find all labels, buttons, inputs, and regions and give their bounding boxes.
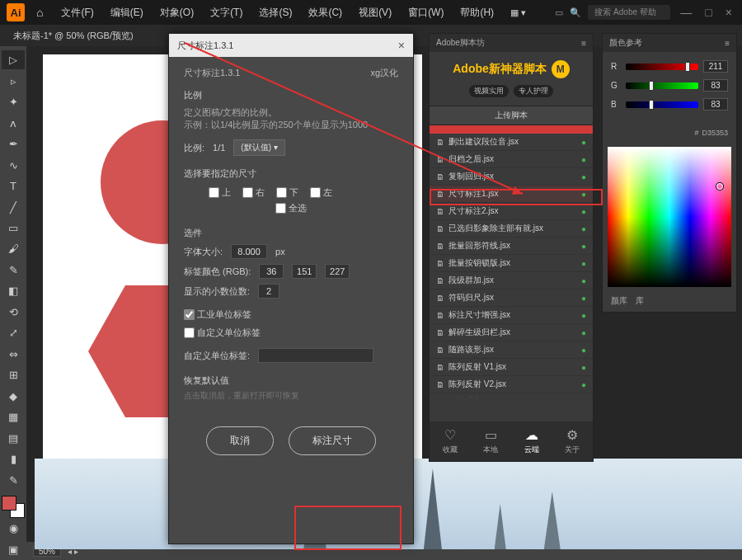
color-spectrum[interactable] <box>608 147 731 287</box>
script-item[interactable]: 🗎陈列反射 V2.jsx● <box>430 376 593 393</box>
eyedropper-tool[interactable]: ✎ <box>2 470 25 489</box>
type-tool[interactable]: T <box>2 176 25 195</box>
gradient-tool[interactable]: ▮ <box>2 449 25 468</box>
decimals-input[interactable] <box>258 284 279 299</box>
script-item[interactable]: 🗎随路该形.jsx● <box>430 341 593 359</box>
chk-right[interactable]: 右 <box>242 186 265 199</box>
menu-select[interactable]: 选择(S) <box>252 6 298 20</box>
script-item[interactable]: 🗎标注尺寸增强.jsx● <box>430 307 593 324</box>
pill-1[interactable]: 视频实用 <box>469 85 509 97</box>
color-g-input[interactable] <box>292 264 317 279</box>
pill-2[interactable]: 专人护理 <box>514 85 553 97</box>
menu-edit[interactable]: 编辑(E) <box>104 6 150 20</box>
footer-local[interactable]: ▭本地 <box>483 427 498 455</box>
r-value-input[interactable] <box>703 60 728 73</box>
search-icon[interactable]: 🔍 <box>570 7 581 18</box>
script-item[interactable]: 🗎已选归影象除主部有就.jsx● <box>430 220 593 238</box>
cancel-button[interactable]: 取消 <box>206 426 274 455</box>
scale-default-button[interactable]: (默认值) ▾ <box>233 139 284 156</box>
script-item[interactable]: 🗎复制回归.jsx● <box>430 168 593 186</box>
mesh-tool[interactable]: ▤ <box>2 428 25 447</box>
width-tool[interactable]: ⇔ <box>2 345 25 364</box>
chk-industry-unit[interactable]: 工业单位标签 <box>184 308 251 321</box>
free-transform-tool[interactable]: ⊞ <box>2 365 25 384</box>
search-input[interactable]: 搜索 Adobe 帮助 <box>588 5 670 20</box>
script-item[interactable]: 🗎批量按钥锁版.jsx● <box>430 255 593 272</box>
hex-value[interactable]: D35353 <box>702 129 728 137</box>
color-b-input[interactable] <box>325 264 350 279</box>
footer-fav[interactable]: ♡收藏 <box>443 427 458 455</box>
scale-tool[interactable]: ⤢ <box>2 323 25 342</box>
document-tab[interactable]: 未标题-1* @ 50% (RGB/预览) <box>7 30 140 42</box>
curvature-tool[interactable]: ∿ <box>2 155 25 174</box>
dialog-close-icon[interactable]: × <box>398 39 405 52</box>
color-swatches[interactable] <box>2 496 25 518</box>
draw-mode-icon[interactable]: ◉ <box>2 519 25 538</box>
ok-button[interactable]: 标注尺寸 <box>289 426 376 455</box>
direct-selection-tool[interactable]: ▹ <box>2 71 25 90</box>
menu-file[interactable]: 文件(F) <box>54 6 100 20</box>
scripts-panel-tab[interactable]: Adobe脚本坊 <box>436 37 485 49</box>
foreground-swatch[interactable] <box>2 496 16 511</box>
footer-about[interactable]: ⚙关于 <box>565 427 580 455</box>
eraser-tool[interactable]: ◧ <box>2 281 25 300</box>
chk-bottom[interactable]: 下 <box>276 186 298 199</box>
workspace-icon[interactable]: ▭ <box>555 7 563 18</box>
script-item[interactable]: 🗎删出建议段位音.jsx● <box>430 134 593 151</box>
script-item[interactable]: 🗎归档之后.jsx● <box>430 151 593 168</box>
scripts-list[interactable]: 🗎删出建议段位音.jsx●🗎归档之后.jsx●🗎复制回归.jsx●🗎尺寸标注1.… <box>430 134 593 398</box>
window-minimize-icon[interactable]: — <box>677 6 695 19</box>
color-footer-2[interactable]: 库 <box>636 295 644 307</box>
menu-window[interactable]: 窗口(W) <box>402 6 450 20</box>
window-maximize-icon[interactable]: □ <box>702 6 715 19</box>
scripts-category[interactable]: 上传脚本 <box>430 106 593 125</box>
script-item[interactable]: 🗎尺寸标注2.jsx● <box>430 203 593 220</box>
font-size-input[interactable] <box>231 244 267 259</box>
g-value-input[interactable] <box>703 79 728 92</box>
color-panel-tab[interactable]: 颜色参考 <box>609 37 642 49</box>
selection-tool[interactable]: ▷ <box>2 50 25 69</box>
script-item[interactable]: 🗎随机排序.jsx● <box>430 393 593 398</box>
color-footer-1[interactable]: 颜库 <box>611 295 627 307</box>
layout-icons[interactable]: ▦ ▾ <box>510 7 526 18</box>
home-icon[interactable]: ⌂ <box>36 6 43 19</box>
restore-hint: 点击取消后，重新打开即可恢复 <box>184 390 398 402</box>
window-close-icon[interactable]: × <box>722 6 735 19</box>
script-item[interactable]: 🗎段级群加.jsx● <box>430 272 593 289</box>
g-slider[interactable] <box>626 82 698 89</box>
custom-unit-input[interactable] <box>258 348 373 363</box>
perspective-tool[interactable]: ▦ <box>2 407 25 426</box>
spectrum-picker[interactable] <box>716 183 723 190</box>
footer-cloud[interactable]: ☁云端 <box>524 427 539 455</box>
menu-type[interactable]: 文字(T) <box>204 6 249 20</box>
rectangle-tool[interactable]: ▭ <box>2 219 25 238</box>
script-item[interactable]: 🗎解碎生级归栏.jsx● <box>430 324 593 341</box>
chk-top[interactable]: 上 <box>209 186 231 199</box>
pen-tool[interactable]: ✒ <box>2 134 25 153</box>
script-item[interactable]: 🗎符码归尺.jsx● <box>430 289 593 307</box>
r-slider[interactable] <box>626 64 698 70</box>
screen-mode-icon[interactable]: ▣ <box>2 540 25 559</box>
lasso-tool[interactable]: ʌ <box>2 113 25 132</box>
script-item[interactable]: 🗎陈列反射 V1.jsx● <box>430 359 593 376</box>
menu-object[interactable]: 对象(O) <box>153 6 200 20</box>
line-tool[interactable]: ╱ <box>2 197 25 216</box>
chk-left[interactable]: 左 <box>310 186 332 199</box>
menu-view[interactable]: 视图(V) <box>352 6 398 20</box>
shape-builder-tool[interactable]: ◆ <box>2 387 25 406</box>
color-r-input[interactable] <box>259 264 284 279</box>
rotate-tool[interactable]: ⟲ <box>2 303 25 322</box>
b-slider[interactable] <box>626 101 698 108</box>
magic-wand-tool[interactable]: ✦ <box>2 92 25 111</box>
script-item[interactable]: 🗎批量回形符线.jsx● <box>430 238 593 255</box>
status-dot-icon: ● <box>581 311 586 320</box>
menu-help[interactable]: 帮助(H) <box>453 6 500 20</box>
chk-all[interactable]: 全选 <box>275 202 307 214</box>
shaper-tool[interactable]: ✎ <box>2 261 25 280</box>
chk-custom-unit[interactable]: 自定义单位标签 <box>184 327 261 339</box>
menu-effect[interactable]: 效果(C) <box>302 6 349 20</box>
dialog-titlebar[interactable]: 尺寸标注1.3.1 × <box>169 34 413 57</box>
b-value-input[interactable] <box>703 98 728 111</box>
paintbrush-tool[interactable]: 🖌 <box>2 239 25 258</box>
script-item[interactable]: 🗎尺寸标注1.jsx● <box>430 186 593 203</box>
